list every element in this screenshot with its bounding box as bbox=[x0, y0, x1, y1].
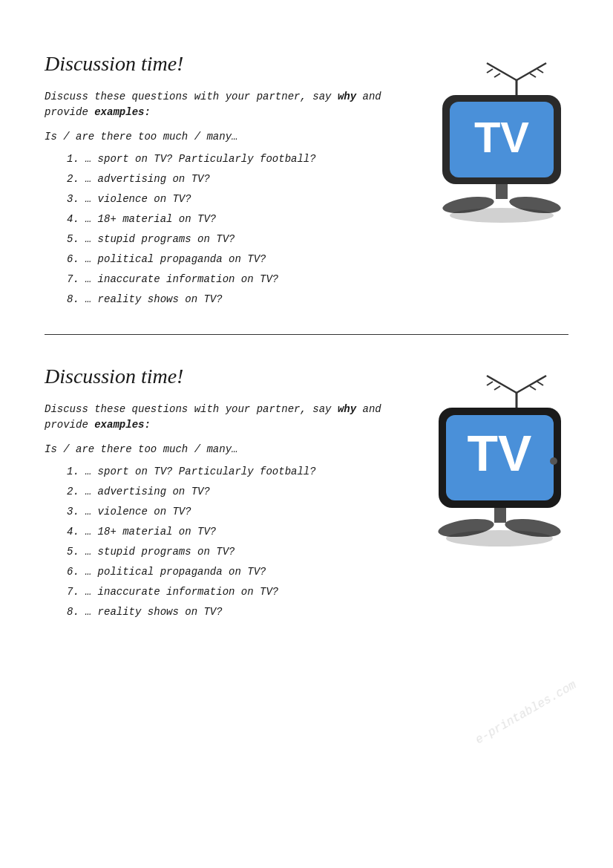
svg-text:TV: TV bbox=[468, 425, 532, 481]
svg-point-24 bbox=[550, 457, 557, 465]
svg-line-15 bbox=[487, 376, 517, 393]
svg-line-20 bbox=[537, 382, 543, 385]
subtitle-text-2: Discuss these questions with your partne… bbox=[45, 403, 381, 431]
subtitle-text: Discuss these questions with your partne… bbox=[45, 91, 381, 118]
svg-rect-25 bbox=[494, 508, 506, 523]
list-item: … 18+ material on TV? bbox=[67, 212, 405, 227]
tv-illustration-1: TV bbox=[420, 52, 568, 208]
list-item: … advertising on TV? bbox=[67, 172, 405, 187]
section-2: Discussion time! Discuss these questions… bbox=[45, 342, 568, 639]
section-divider bbox=[45, 334, 568, 335]
section-2-questions: … sport on TV? Particularly football? … … bbox=[45, 464, 405, 620]
watermark: e-printables.com bbox=[473, 679, 579, 747]
section-2-title: Discussion time! bbox=[45, 365, 405, 388]
svg-line-17 bbox=[494, 386, 500, 390]
tv-graphic-1: TV bbox=[427, 59, 561, 208]
page: Discussion time! Discuss these questions… bbox=[0, 0, 613, 868]
list-item: … political propaganda on TV? bbox=[67, 564, 405, 580]
svg-line-19 bbox=[530, 386, 536, 390]
section-1-questions: … sport on TV? Particularly football? … … bbox=[45, 151, 405, 307]
list-item: … sport on TV? Particularly football? bbox=[67, 464, 405, 480]
list-item: … inaccurate information on TV? bbox=[67, 584, 405, 600]
svg-line-5 bbox=[530, 74, 536, 77]
section-1-title: Discussion time! bbox=[45, 52, 405, 76]
list-item: … stupid programs on TV? bbox=[67, 232, 405, 247]
section-1-intro: Is / are there too much / many… bbox=[45, 131, 405, 143]
svg-line-6 bbox=[537, 69, 543, 73]
svg-point-28 bbox=[446, 530, 553, 546]
svg-line-1 bbox=[487, 63, 517, 80]
svg-text:TV: TV bbox=[474, 113, 529, 161]
section-1-content: Discussion time! Discuss these questions… bbox=[45, 52, 420, 312]
tv-graphic-2: TV bbox=[427, 372, 561, 521]
list-item: … inaccurate information on TV? bbox=[67, 272, 405, 287]
list-item: … political propaganda on TV? bbox=[67, 252, 405, 267]
list-item: … advertising on TV? bbox=[67, 484, 405, 500]
list-item: … violence on TV? bbox=[67, 192, 405, 207]
section-1-subtitle: Discuss these questions with your partne… bbox=[45, 89, 405, 120]
list-item: … 18+ material on TV? bbox=[67, 524, 405, 540]
svg-line-3 bbox=[494, 74, 500, 77]
list-item: … reality shows on TV? bbox=[67, 604, 405, 620]
svg-line-4 bbox=[487, 69, 493, 73]
section-2-subtitle: Discuss these questions with your partne… bbox=[45, 402, 405, 433]
list-item: … sport on TV? Particularly football? bbox=[67, 151, 405, 167]
tv-svg-2: TV bbox=[427, 372, 568, 550]
svg-line-18 bbox=[487, 382, 493, 385]
tv-svg-1: TV bbox=[427, 59, 568, 230]
list-item: … violence on TV? bbox=[67, 504, 405, 520]
section-2-intro: Is / are there too much / many… bbox=[45, 443, 405, 455]
tv-illustration-2: TV bbox=[420, 365, 568, 521]
section-2-content: Discussion time! Discuss these questions… bbox=[45, 365, 420, 624]
list-item: … stupid programs on TV? bbox=[67, 544, 405, 560]
svg-point-13 bbox=[450, 208, 554, 223]
section-1: Discussion time! Discuss these questions… bbox=[45, 30, 568, 327]
svg-rect-10 bbox=[496, 184, 508, 199]
list-item: … reality shows on TV? bbox=[67, 292, 405, 307]
